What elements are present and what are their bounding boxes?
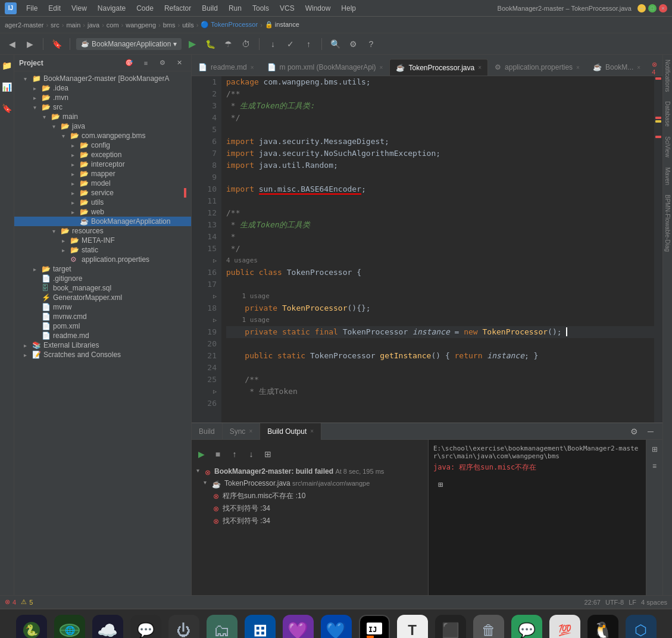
panel-close-button[interactable]: ✕ (172, 56, 186, 70)
tab-readme-close[interactable]: × (251, 64, 254, 71)
vcs-commit-button[interactable]: ✓ (283, 37, 298, 51)
back-button[interactable]: ◀ (5, 37, 19, 51)
menu-view[interactable]: View (67, 2, 92, 14)
taskbar-icon-3[interactable]: 💬 (130, 615, 161, 638)
taskbar-icon-2[interactable]: ☁️ (92, 615, 123, 638)
run-config-selector[interactable]: ☕ BookManagerApplication ▾ (76, 38, 182, 50)
code-scroll-area[interactable]: package com.wangpeng.bms.utils; /** * 生成… (221, 76, 662, 423)
tree-model[interactable]: ▸ 📂 model (14, 179, 191, 188)
bottom-tab-build[interactable]: Build (192, 423, 223, 440)
tree-appprops[interactable]: ⚙ application.properties (14, 255, 191, 264)
tab-token-close[interactable]: × (478, 64, 482, 71)
structure-icon[interactable]: 📊 (1, 81, 13, 93)
bpmn-tab[interactable]: BPMN-Flowable-Diag (663, 190, 672, 257)
tab-bookm-close[interactable]: × (637, 64, 640, 71)
taskbar-icon-terminal[interactable]: ⬛ (435, 615, 466, 638)
debug-button[interactable]: 🐛 (203, 37, 217, 51)
build-file-item[interactable]: ▾ ☕ TokenProcessor.java src\main\java\co… (194, 478, 426, 490)
tree-mapper[interactable]: ▸ 📂 mapper (14, 169, 191, 179)
taskbar-icon-idea[interactable]: IJ (359, 615, 390, 638)
taskbar-icon-t[interactable]: T (397, 615, 428, 638)
tree-service[interactable]: ▸ 📂 service (14, 188, 191, 198)
forward-button[interactable]: ▶ (23, 37, 37, 51)
maximize-button[interactable]: □ (648, 4, 657, 12)
output-side-btn1[interactable]: ⊞ (433, 477, 448, 492)
vcs-push-button[interactable]: ↑ (301, 37, 315, 51)
menu-tools[interactable]: Tools (248, 2, 274, 14)
sync-tab-close[interactable]: × (249, 428, 252, 434)
breadcrumb-com[interactable]: com (107, 21, 119, 29)
profile-button[interactable]: ⏱ (239, 37, 253, 51)
tree-pomxml[interactable]: 📄 pom.xml (14, 321, 191, 331)
taskbar-icon-5[interactable]: 🗂 (207, 615, 237, 638)
menu-code[interactable]: Code (132, 2, 158, 14)
taskbar-icon-msg[interactable]: 💬 (511, 615, 542, 638)
tree-interceptor[interactable]: ▸ 📂 interceptor (14, 160, 191, 169)
build-stop-button[interactable]: ■ (211, 447, 225, 461)
build-rerun-button[interactable]: ▶ (194, 447, 208, 461)
tab-appprops-close[interactable]: × (576, 64, 580, 71)
tree-mvnwcmd[interactable]: 📄 mvnw.cmd (14, 312, 191, 321)
maven-tab[interactable]: Maven (663, 162, 672, 190)
tree-sql[interactable]: 🗄 book_manager.sql (14, 283, 191, 293)
menu-refactor[interactable]: Refactor (160, 2, 196, 14)
buildoutput-tab-close[interactable]: × (310, 428, 314, 434)
project-icon[interactable]: 📁 (1, 60, 13, 71)
search-button[interactable]: 🔍 (328, 37, 342, 51)
tree-java[interactable]: ▾ 📂 java (14, 121, 191, 131)
bookmark-button[interactable]: 🔖 (49, 37, 64, 51)
taskbar-icon-4[interactable]: ⏻ (168, 615, 199, 638)
build-prev-button[interactable]: ↑ (227, 447, 242, 461)
breadcrumb-wangpeng[interactable]: wangpeng (126, 21, 156, 29)
tree-utils[interactable]: ▸ 📂 utils (14, 198, 191, 207)
panel-collapse-button[interactable]: ≡ (139, 56, 153, 70)
notifications-tab[interactable]: Notifications (663, 55, 672, 96)
build-expand-button[interactable]: ⊞ (261, 447, 275, 461)
taskbar-icon-7[interactable]: 💜 (283, 615, 314, 638)
tree-web[interactable]: ▸ 📂 web (14, 207, 191, 217)
bottom-close-button[interactable]: ─ (643, 424, 658, 439)
tree-main[interactable]: ▾ 📂 main (14, 112, 191, 121)
tree-readme[interactable]: 📄 readme.md (14, 331, 191, 340)
tree-exception[interactable]: ▸ 📂 exception (14, 150, 191, 160)
minimize-button[interactable]: ─ (637, 4, 646, 12)
bottom-tab-sync[interactable]: Sync × (223, 423, 261, 440)
tree-config[interactable]: ▸ 📂 config (14, 140, 191, 150)
taskbar-icon-1[interactable]: 🌐 (54, 615, 85, 638)
tree-resources[interactable]: ▾ 📂 resources (14, 226, 191, 236)
breadcrumb-utils[interactable]: utils (182, 21, 194, 29)
taskbar-icon-100[interactable]: 💯 (549, 615, 580, 638)
tree-gitignore[interactable]: 📄 .gitignore (14, 274, 191, 283)
editor-scrollbar[interactable] (654, 76, 662, 423)
tree-com[interactable]: ▾ 📂 com.wangpeng.bms (14, 131, 191, 140)
tree-target[interactable]: ▸ 📂 target (14, 264, 191, 274)
menu-window[interactable]: Window (301, 2, 336, 14)
breadcrumb-project[interactable]: ager2-master (5, 21, 43, 29)
sciview-tab[interactable]: SciView (663, 132, 672, 162)
bottom-tab-buildoutput[interactable]: Build Output × (260, 423, 321, 440)
taskbar-icon-trash[interactable]: 🗑 (473, 615, 504, 638)
tree-metainf[interactable]: ▸ 📂 META-INF (14, 236, 191, 245)
tree-genxml[interactable]: ⚡ GeneratorMapper.xml (14, 293, 191, 302)
build-side-btn2[interactable]: ≡ (648, 459, 662, 473)
taskbar-icon-8[interactable]: 💙 (321, 615, 352, 638)
taskbar-icon-penguin[interactable]: 🐧 (587, 615, 618, 638)
build-side-btn1[interactable]: ⊞ (648, 442, 662, 456)
menu-help[interactable]: Help (336, 2, 361, 14)
tree-idea[interactable]: ▸ 📂 .idea (14, 83, 191, 93)
tab-readme[interactable]: 📄 readme.md × (192, 59, 261, 76)
tree-extlibs[interactable]: ▸ 📚 External Libraries (14, 340, 191, 350)
database-tab[interactable]: Database (663, 96, 672, 132)
breadcrumb-instance[interactable]: 🔒 instance (265, 21, 299, 29)
taskbar-icon-6[interactable]: ⊞ (245, 615, 276, 638)
panel-settings-button[interactable]: ⚙ (155, 56, 170, 70)
tab-pom-close[interactable]: × (380, 64, 383, 71)
settings-button[interactable]: ⚙ (346, 37, 360, 51)
menu-build[interactable]: Build (197, 2, 223, 14)
breadcrumb-main[interactable]: main (66, 21, 80, 29)
tab-tokenprocessor[interactable]: ☕ TokenProcessor.java × (389, 59, 488, 76)
menu-run[interactable]: Run (224, 2, 246, 14)
taskbar-icon-0[interactable]: 🐍 (16, 615, 47, 638)
taskbar-icon-hex[interactable]: ⬡ (626, 615, 657, 638)
build-error-1[interactable]: ⊗ 程序包sun.misc不存在 :10 (194, 490, 426, 502)
